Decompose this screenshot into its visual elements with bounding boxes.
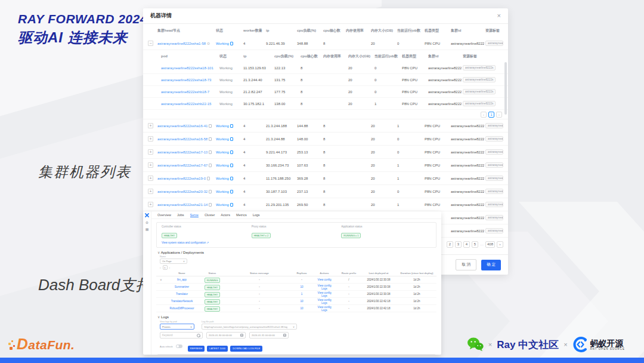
gear-icon[interactable]: ⚙: [145, 221, 148, 224]
tab-overview[interactable]: Overview: [157, 213, 171, 217]
cancel-button[interactable]: 取 消: [456, 259, 476, 270]
node-link[interactable]: astraraynearline8222ssha21-14: [157, 203, 208, 207]
file-icon[interactable]: [230, 164, 233, 167]
tab-metrics[interactable]: Metrics: [236, 213, 247, 217]
copy-icon[interactable]: [209, 124, 212, 128]
expand-icon[interactable]: +: [148, 162, 153, 168]
action-link[interactable]: Logs: [311, 302, 338, 304]
datafun-wordmark: DataFun.: [17, 335, 75, 353]
status-cell: Working: [216, 164, 242, 167]
page-button[interactable]: 4: [463, 241, 470, 248]
replicas-cell[interactable]: 10: [292, 300, 311, 303]
file-icon[interactable]: [230, 150, 233, 154]
cell: astraraynearline8222s: [428, 102, 462, 106]
system-status-link[interactable]: View system status and configuration ↗: [162, 241, 431, 244]
pod-link[interactable]: astraraynearline8222ssha18-101: [161, 66, 218, 70]
file-icon[interactable]: [230, 42, 233, 45]
copy-icon[interactable]: [207, 177, 210, 180]
action-link[interactable]: View config: [311, 278, 338, 281]
cell: 9.221.46.39: [266, 42, 296, 45]
tab-actors[interactable]: Actors: [221, 213, 230, 217]
search-icon: [197, 334, 200, 337]
grid-icon[interactable]: ▦: [145, 227, 149, 231]
tab-cluster[interactable]: Cluster: [205, 213, 215, 217]
duration-cell: 1d 2h: [397, 300, 436, 303]
resource-tag: astraraynearline8222s: [485, 41, 503, 46]
expand-icon[interactable]: +: [148, 176, 153, 181]
action-link[interactable]: Logs: [311, 294, 338, 297]
ok-button[interactable]: 确 定: [481, 260, 501, 270]
file-icon[interactable]: [230, 124, 233, 128]
next-page-button[interactable]: ›: [496, 112, 502, 118]
log-output[interactable]: (ServeController pid=482) INFO 2024-01-3…: [157, 354, 435, 355]
file-icon[interactable]: [230, 190, 233, 193]
tab-serve[interactable]: Serve: [190, 213, 199, 217]
start-time-input[interactable]: 2024-01-30 00:00:00: [206, 332, 246, 339]
page-button[interactable]: 1: [163, 265, 168, 270]
log-file-select[interactable]: /tmp/ray/session_latest/logs/serve/proxy…: [202, 324, 297, 330]
copy-icon[interactable]: [209, 164, 212, 167]
end-time-input[interactable]: 2024-01-31 00:00:00: [249, 332, 289, 339]
cluster-table-body: −astraraynearline8222ssha1-58⊙Working49.…: [143, 37, 508, 238]
application-link[interactable]: llm_app: [166, 278, 198, 281]
file-icon[interactable]: [230, 137, 233, 141]
tab-jobs[interactable]: Jobs: [177, 213, 184, 217]
prev-page-button[interactable]: ‹: [481, 112, 487, 118]
page-button[interactable]: 1: [488, 112, 494, 118]
prev-page-button[interactable]: ‹: [160, 266, 161, 269]
pod-link[interactable]: astraraynearline8222sshb22-15: [161, 102, 218, 106]
expand-icon[interactable]: +: [148, 149, 153, 155]
replicas-cell[interactable]: 10: [292, 307, 311, 310]
close-icon[interactable]: ×: [497, 13, 501, 19]
node-link[interactable]: astraraynearline8222ssha19-0: [157, 177, 206, 180]
page-button[interactable]: ›: [497, 241, 503, 248]
application-link[interactable]: RobustDiffProcessor: [166, 307, 198, 310]
pod-link[interactable]: astraraynearline8222sshb18-7: [161, 90, 218, 94]
next-page-button[interactable]: ›: [169, 266, 171, 269]
node-link[interactable]: astraraynearline8222ssha20-32: [157, 190, 208, 193]
keyword-search-input[interactable]: Keyword: [160, 332, 203, 339]
action-link[interactable]: Logs: [311, 287, 338, 290]
page-button[interactable]: 5: [472, 241, 478, 248]
node-link[interactable]: astraraynearline8222ssha1-58: [157, 42, 206, 45]
copy-icon[interactable]: [209, 203, 212, 207]
cell: 8: [323, 124, 345, 128]
replicas-cell[interactable]: 1: [292, 293, 311, 296]
latest-1000-button[interactable]: LATEST 1000: [207, 346, 228, 352]
page-button[interactable]: 2: [447, 241, 453, 248]
modal-title: 机器详情: [150, 12, 172, 20]
expand-icon[interactable]: +: [148, 189, 153, 194]
pod-select[interactable]: Proxies ∨: [160, 324, 194, 330]
auto-refresh-toggle[interactable]: [176, 344, 182, 348]
copy-icon[interactable]: [209, 150, 212, 154]
replicas-cell[interactable]: 10: [292, 285, 311, 288]
node-link[interactable]: astraraynearline8222ssha16-58: [157, 137, 208, 141]
expand-icon[interactable]: ∨: [156, 278, 166, 281]
file-icon[interactable]: [230, 177, 233, 180]
expand-icon[interactable]: +: [148, 123, 153, 128]
page-button[interactable]: 3: [455, 241, 462, 248]
application-link[interactable]: TranslatorNetwork: [166, 300, 198, 303]
node-link[interactable]: astraraynearline8222ssha17-13: [157, 150, 208, 154]
copy-icon[interactable]: [209, 190, 212, 193]
copy-icon[interactable]: [209, 137, 212, 141]
file-icon[interactable]: [230, 203, 233, 207]
expand-icon[interactable]: +: [148, 136, 153, 141]
action-link[interactable]: Logs: [311, 309, 338, 312]
application-link[interactable]: Summarizer: [166, 285, 198, 288]
tab-logs[interactable]: Logs: [253, 213, 260, 217]
apps-filter-select[interactable]: On Page ∨: [160, 259, 187, 264]
duration-cell: 1d 2h: [397, 307, 436, 310]
node-link[interactable]: astraraynearline8222ssha16-41: [157, 124, 208, 128]
download-log-file-button[interactable]: DOWNLOAD LOG FILE: [230, 346, 262, 352]
ant-logo-icon: [572, 337, 588, 352]
pod-link[interactable]: astraraynearline8222ssha18-73: [161, 78, 218, 82]
application-link[interactable]: Translator: [166, 293, 198, 296]
node-link[interactable]: astraraynearline8222ssha17-67: [157, 164, 208, 167]
page-button[interactable]: 408: [485, 241, 495, 248]
refresh-button[interactable]: REFRESH: [188, 346, 205, 352]
scrollbar[interactable]: [504, 62, 507, 115]
expand-icon[interactable]: −: [148, 41, 153, 46]
ray-dashboard-window: ⚙ ▦ OverviewJobsServeClusterActorsMetric…: [143, 211, 441, 355]
expand-icon[interactable]: +: [148, 202, 153, 207]
